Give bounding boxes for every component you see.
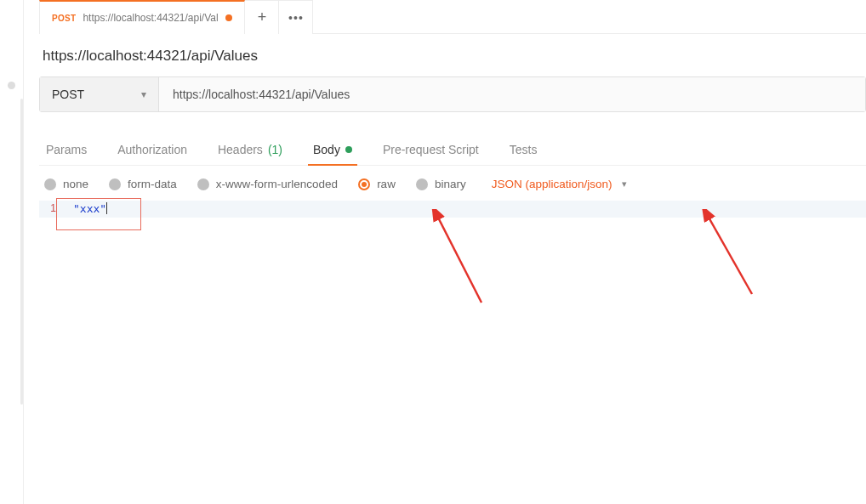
http-method-select[interactable]: POST ▾ <box>40 77 159 111</box>
tab-authorization[interactable]: Authorization <box>116 134 189 165</box>
new-tab-button[interactable]: + <box>245 0 279 34</box>
body-option-raw[interactable]: raw <box>358 178 396 190</box>
tab-authorization-label: Authorization <box>117 143 187 156</box>
unsaved-indicator-icon <box>225 14 232 21</box>
chevron-down-icon: ▾ <box>141 88 146 100</box>
tab-method-badge: POST <box>52 14 76 23</box>
tab-headers-label: Headers <box>218 143 263 156</box>
body-option-binary[interactable]: binary <box>416 178 466 190</box>
body-type-options: none form-data x-www-form-urlencoded raw… <box>39 166 866 199</box>
text-caret <box>106 202 107 214</box>
line-number: 1 <box>44 202 56 214</box>
editor-line-1[interactable]: "xxx" <box>39 201 866 218</box>
radio-icon <box>109 178 121 190</box>
tab-params-label: Params <box>46 143 87 156</box>
radio-icon <box>197 178 209 190</box>
body-option-binary-label: binary <box>435 178 466 190</box>
body-option-none[interactable]: none <box>44 178 88 190</box>
sidebar-indicator <box>8 82 15 89</box>
url-bar: POST ▾ <box>39 76 866 112</box>
editor-text: "xxx" <box>73 202 106 215</box>
tab-headers[interactable]: Headers (1) <box>216 134 284 165</box>
radio-selected-icon <box>358 178 370 190</box>
request-section-tabs: Params Authorization Headers (1) Body Pr… <box>39 134 866 166</box>
body-option-urlencoded-label: x-www-form-urlencoded <box>216 178 338 190</box>
body-active-indicator-icon <box>345 146 352 153</box>
tab-tests-label: Tests <box>510 143 538 156</box>
content-type-label: JSON (application/json) <box>492 178 612 190</box>
tab-headers-count: (1) <box>268 143 282 156</box>
tab-prescript-label: Pre-request Script <box>383 143 479 156</box>
tab-pre-request-script[interactable]: Pre-request Script <box>381 134 481 165</box>
tab-strip: POST https://localhost:44321/api/Valu + … <box>39 0 866 34</box>
body-option-raw-label: raw <box>377 178 396 190</box>
request-tab[interactable]: POST https://localhost:44321/api/Valu <box>39 0 245 34</box>
chevron-down-icon: ▾ <box>622 178 627 190</box>
http-method-value: POST <box>52 88 84 101</box>
tab-title: https://localhost:44321/api/Valu <box>83 12 219 24</box>
plus-icon: + <box>258 8 267 26</box>
sidebar-resize-handle[interactable] <box>20 99 23 405</box>
radio-icon <box>44 178 56 190</box>
tab-body[interactable]: Body <box>311 134 354 165</box>
url-input[interactable] <box>159 77 865 111</box>
body-editor[interactable]: 1 "xxx" <box>39 201 866 218</box>
body-option-formdata-label: form-data <box>128 178 177 190</box>
radio-icon <box>416 178 428 190</box>
tab-params[interactable]: Params <box>44 134 88 165</box>
body-option-none-label: none <box>63 178 88 190</box>
request-title: https://localhost:44321/api/Values <box>39 34 866 76</box>
content-type-select[interactable]: JSON (application/json) ▾ <box>492 178 628 190</box>
tab-body-label: Body <box>313 143 340 156</box>
tab-options-button[interactable]: ••• <box>279 0 313 34</box>
more-icon: ••• <box>288 11 304 25</box>
body-option-form-data[interactable]: form-data <box>109 178 177 190</box>
body-option-urlencoded[interactable]: x-www-form-urlencoded <box>197 178 338 190</box>
tab-tests[interactable]: Tests <box>508 134 539 165</box>
